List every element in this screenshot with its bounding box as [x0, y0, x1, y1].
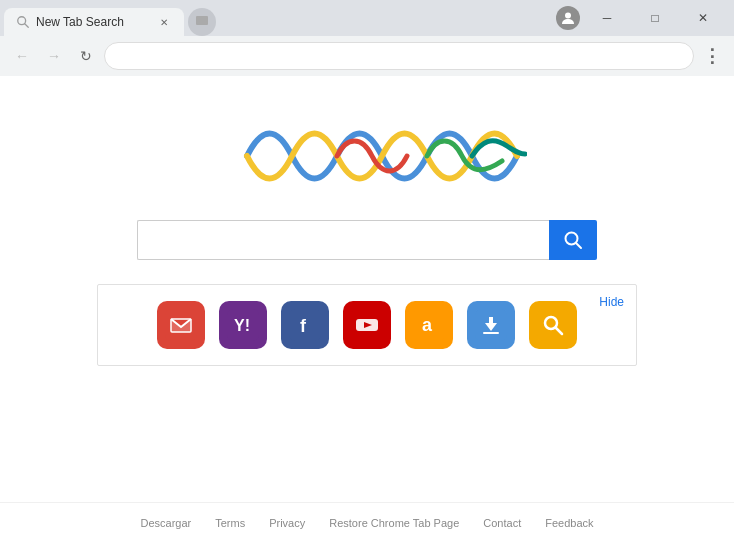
- svg-text:a: a: [422, 315, 433, 335]
- footer: Descargar Terms Privacy Restore Chrome T…: [0, 502, 734, 542]
- new-tab-button[interactable]: [188, 8, 216, 36]
- back-button[interactable]: ←: [8, 42, 36, 70]
- close-button[interactable]: ✕: [680, 4, 726, 32]
- active-tab[interactable]: New Tab Search ✕: [4, 8, 184, 36]
- search-button[interactable]: [549, 220, 597, 260]
- search-wrapper: [137, 220, 597, 260]
- svg-rect-19: [489, 317, 493, 325]
- quick-links-box: Hide Y!: [97, 284, 637, 366]
- footer-link-restore[interactable]: Restore Chrome Tab Page: [329, 517, 459, 529]
- svg-text:Y!: Y!: [234, 317, 250, 334]
- minimize-button[interactable]: ─: [584, 4, 630, 32]
- tab-close-button[interactable]: ✕: [156, 14, 172, 30]
- footer-link-privacy[interactable]: Privacy: [269, 517, 305, 529]
- quick-icon-search[interactable]: [529, 301, 577, 349]
- quick-icon-gmail[interactable]: [157, 301, 205, 349]
- svg-text:f: f: [300, 316, 307, 336]
- url-bar[interactable]: [104, 42, 694, 70]
- user-icon[interactable]: [556, 6, 580, 30]
- tab-title: New Tab Search: [36, 15, 124, 29]
- maximize-button[interactable]: □: [632, 4, 678, 32]
- svg-point-3: [565, 13, 571, 19]
- address-bar-row: ← → ↻ ⋮: [0, 36, 734, 76]
- tab-search-icon: [16, 15, 30, 29]
- quick-icon-yahoo[interactable]: Y!: [219, 301, 267, 349]
- svg-line-1: [25, 24, 29, 28]
- footer-link-feedback[interactable]: Feedback: [545, 517, 593, 529]
- svg-line-5: [576, 243, 581, 248]
- footer-link-terms[interactable]: Terms: [215, 517, 245, 529]
- hide-link[interactable]: Hide: [599, 295, 624, 309]
- svg-rect-2: [196, 16, 208, 25]
- forward-button[interactable]: →: [40, 42, 68, 70]
- new-tab-icon: [194, 14, 210, 30]
- quick-links-icons: Y! f: [118, 301, 616, 349]
- browser-content: Hide Y!: [0, 76, 734, 542]
- quick-icon-amazon[interactable]: a: [405, 301, 453, 349]
- chrome-menu-button[interactable]: ⋮: [698, 42, 726, 70]
- search-input[interactable]: [137, 220, 549, 260]
- logo-area: [207, 116, 527, 196]
- quick-icon-facebook[interactable]: f: [281, 301, 329, 349]
- footer-link-contact[interactable]: Contact: [483, 517, 521, 529]
- svg-rect-6: [165, 309, 197, 341]
- window-frame: New Tab Search ✕ ─ □: [0, 0, 734, 542]
- footer-link-descargar[interactable]: Descargar: [140, 517, 191, 529]
- quick-icon-youtube[interactable]: [343, 301, 391, 349]
- logo-svg: [207, 116, 527, 196]
- tab-bar: New Tab Search ✕: [4, 0, 556, 36]
- reload-button[interactable]: ↻: [72, 42, 100, 70]
- svg-rect-20: [483, 332, 499, 334]
- quick-icon-download[interactable]: [467, 301, 515, 349]
- svg-rect-21: [537, 309, 569, 341]
- window-controls: ─ □ ✕: [584, 4, 730, 32]
- title-bar: New Tab Search ✕ ─ □: [0, 0, 734, 36]
- search-icon: [563, 230, 583, 250]
